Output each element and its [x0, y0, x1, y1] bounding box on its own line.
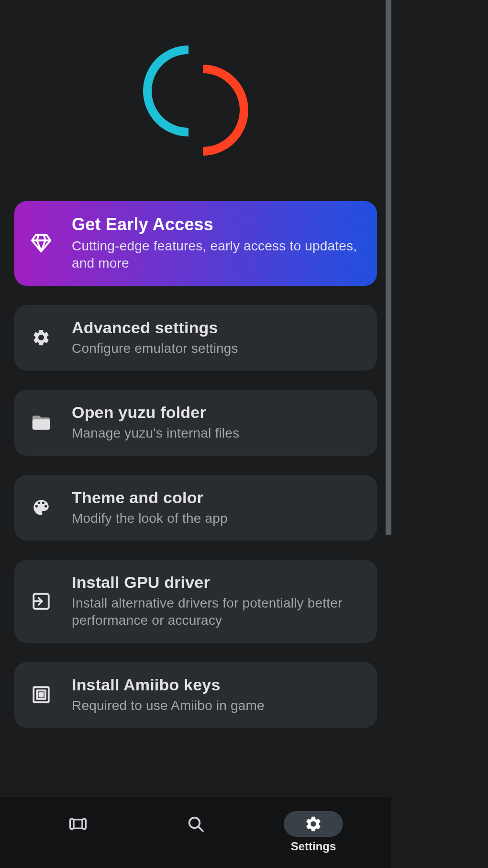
svg-rect-4 — [74, 820, 82, 828]
folder-icon — [30, 411, 53, 434]
card-text: Open yuzu folder Manage yuzu's internal … — [72, 403, 362, 442]
card-subtitle: Modify the look of the app — [72, 510, 362, 527]
card-subtitle: Configure emulator settings — [72, 340, 362, 357]
content-area: Get Early Access Cutting-edge features, … — [0, 0, 391, 868]
controller-icon — [48, 811, 108, 837]
palette-icon — [30, 496, 53, 519]
card-subtitle: Required to use Amiibo in game — [72, 697, 362, 714]
scrollbar[interactable] — [386, 0, 391, 535]
svg-rect-6 — [82, 819, 86, 829]
svg-rect-5 — [70, 819, 74, 829]
card-subtitle: Cutting-edge features, early access to u… — [72, 237, 362, 272]
card-subtitle: Manage yuzu's internal files — [72, 425, 362, 442]
card-title: Open yuzu folder — [72, 403, 362, 422]
card-early-access[interactable]: Get Early Access Cutting-edge features, … — [14, 201, 377, 286]
diamond-icon — [30, 232, 53, 255]
card-title: Advanced settings — [72, 318, 362, 337]
nav-label: Settings — [291, 840, 336, 853]
card-install-amiibo-keys[interactable]: Install Amiibo keys Required to use Amii… — [14, 662, 377, 728]
card-text: Install GPU driver Install alternative d… — [72, 573, 362, 630]
nav-games[interactable] — [48, 806, 108, 853]
card-advanced-settings[interactable]: Advanced settings Configure emulator set… — [14, 305, 377, 371]
nav-search[interactable] — [166, 806, 225, 853]
card-title: Install GPU driver — [72, 573, 362, 592]
search-icon — [166, 811, 225, 837]
svg-rect-3 — [40, 693, 43, 697]
card-subtitle: Install alternative drivers for potentia… — [72, 595, 362, 630]
nav-settings[interactable]: Settings — [284, 806, 343, 853]
card-install-gpu-driver[interactable]: Install GPU driver Install alternative d… — [14, 560, 377, 643]
settings-screen: Get Early Access Cutting-edge features, … — [0, 0, 391, 868]
gear-icon — [284, 811, 343, 837]
svg-line-8 — [199, 827, 203, 831]
logo-area — [14, 0, 377, 201]
bottom-navigation: Settings — [0, 797, 391, 868]
card-open-folder[interactable]: Open yuzu folder Manage yuzu's internal … — [14, 390, 377, 455]
card-text: Theme and color Modify the look of the a… — [72, 488, 362, 527]
card-text: Get Early Access Cutting-edge features, … — [72, 214, 362, 272]
gear-icon — [30, 326, 53, 349]
card-title: Theme and color — [72, 488, 362, 507]
card-title: Install Amiibo keys — [72, 676, 362, 694]
card-title: Get Early Access — [72, 214, 362, 235]
install-icon — [30, 590, 53, 613]
yuzu-logo-icon — [141, 45, 251, 156]
card-text: Advanced settings Configure emulator set… — [72, 318, 362, 357]
card-theme-color[interactable]: Theme and color Modify the look of the a… — [14, 475, 377, 541]
settings-card-list: Get Early Access Cutting-edge features, … — [14, 201, 377, 728]
nfc-icon — [30, 683, 53, 706]
card-text: Install Amiibo keys Required to use Amii… — [72, 676, 362, 714]
